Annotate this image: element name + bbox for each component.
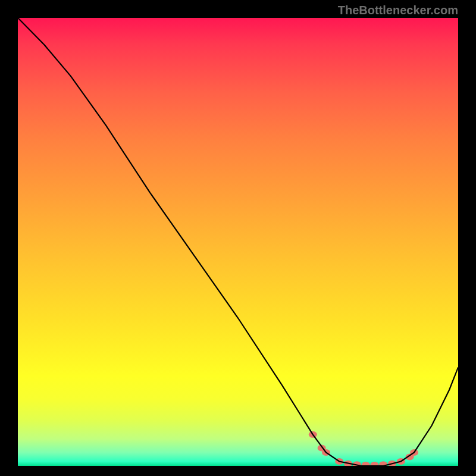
- chart-container: TheBottlenecker.com: [0, 0, 476, 476]
- bottleneck-curve: [18, 18, 458, 466]
- plot-area: [18, 18, 458, 466]
- attribution-text: TheBottlenecker.com: [338, 4, 458, 17]
- chart-svg: [18, 18, 458, 466]
